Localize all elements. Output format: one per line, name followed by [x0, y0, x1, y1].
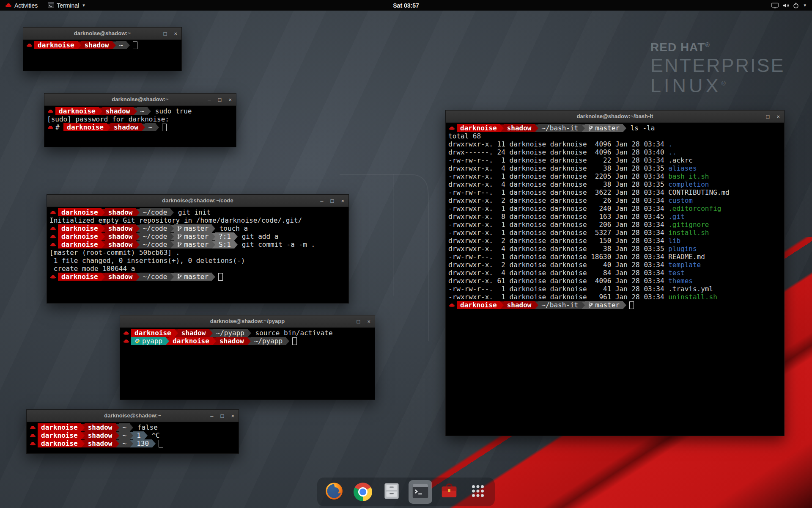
powerline-arrow — [166, 337, 169, 345]
window-titlebar[interactable]: darknoise@shadow:~ – □ × — [44, 94, 236, 106]
close-button[interactable]: × — [228, 97, 232, 102]
system-status-menu[interactable]: ▾ — [765, 0, 812, 11]
terminal-content[interactable]: darknoiseshadow~ — [23, 40, 181, 71]
dock-item-toolbox[interactable] — [437, 480, 461, 504]
maximize-button[interactable]: □ — [766, 114, 770, 119]
maximize-button[interactable]: □ — [331, 198, 334, 204]
terminal-line: create mode 100644 a — [49, 265, 347, 273]
branch-icon — [177, 274, 182, 279]
minimize-button[interactable]: – — [346, 319, 349, 324]
file-name: test — [668, 269, 685, 277]
prompt-segment-host: shadow — [105, 224, 136, 232]
terminal-text: false — [133, 423, 158, 431]
terminal-content[interactable]: darknoiseshadow~/code git initInitialize… — [47, 207, 348, 303]
window-titlebar[interactable]: darknoise@shadow:~/pyapp – □ × — [120, 315, 375, 328]
minimize-button[interactable]: – — [756, 114, 759, 119]
prompt-segment-host: shadow — [105, 240, 136, 248]
terminal-content[interactable]: darknoiseshadow~ sudo true[sudo] passwor… — [44, 106, 236, 147]
maximize-button[interactable]: □ — [357, 319, 360, 324]
minimize-button[interactable]: – — [210, 413, 213, 419]
close-button[interactable]: × — [776, 114, 780, 119]
file-name: aliases — [668, 164, 697, 172]
terminal-line: [sudo] password for darknoise: — [47, 115, 234, 123]
terminal-text: drwxrwxr-x. 61 darknoise darknoise 4096 … — [448, 277, 668, 285]
minimize-button[interactable]: – — [208, 97, 211, 102]
close-button[interactable]: × — [231, 413, 234, 419]
maximize-button[interactable]: □ — [164, 31, 167, 36]
powerline-arrow — [247, 337, 251, 345]
powerline-arrow — [112, 41, 116, 49]
prompt-segment-user: darknoise — [58, 208, 102, 216]
terminal-text: git init — [174, 208, 211, 216]
powerline-arrow — [134, 108, 137, 115]
dock-item-firefox[interactable] — [322, 480, 346, 504]
terminal-text: -rwxrwxr-x. 1 darknoise darknoise 240 Ja… — [448, 204, 668, 213]
powerline-arrow — [209, 329, 213, 337]
redhat-logo-icon — [5, 2, 12, 9]
terminal-line: darknoiseshadow~/codemaster — [49, 273, 347, 281]
window-titlebar[interactable]: darknoise@shadow:~/code – □ × — [47, 195, 348, 207]
terminal-content[interactable]: darknoiseshadow~/pyapp source bin/activa… — [120, 328, 375, 400]
show-applications-icon — [469, 482, 487, 502]
terminal-line: -rwxrwxr-x. 1 darknoise darknoise 961 Ja… — [448, 293, 782, 301]
branch-icon — [177, 234, 182, 239]
powerline-arrow — [78, 41, 81, 49]
terminal-line: darknoiseshadow~ sudo true — [47, 107, 234, 115]
clock[interactable]: Sat 03:57 — [393, 2, 419, 9]
python-icon — [134, 338, 140, 344]
activities-button[interactable]: Activities — [0, 0, 43, 11]
close-button[interactable]: × — [341, 198, 344, 204]
redhat-prompt-icon — [50, 226, 56, 231]
prompt-segment-git: master — [174, 224, 212, 232]
window-titlebar[interactable]: darknoise@shadow:~ – □ × — [27, 410, 239, 422]
maximize-button[interactable]: □ — [221, 413, 224, 419]
powerline-arrow — [212, 233, 215, 240]
window-titlebar[interactable]: darknoise@shadow:~/bash-it – □ × — [446, 110, 784, 123]
desktop: { "top_bar": { "activities_label": "Acti… — [0, 0, 812, 508]
prompt-segment-user: darknoise — [63, 123, 107, 131]
dock-item-chrome[interactable] — [351, 480, 375, 504]
terminal-line: -rwxrwxr-x. 1 darknoise darknoise 2205 J… — [448, 172, 782, 180]
close-button[interactable]: × — [367, 319, 370, 324]
terminal-text: create mode 100644 a — [49, 265, 135, 273]
window-titlebar[interactable]: darknoise@shadow:~ – □ × — [23, 28, 181, 40]
terminal-text: -rw-rw-r--. 1 darknoise darknoise 18630 … — [448, 253, 705, 261]
redhat-prompt-icon — [50, 210, 56, 215]
prompt-segment-host: shadow — [504, 124, 535, 132]
minimize-button[interactable]: – — [320, 198, 323, 204]
redhat-prompt-icon — [50, 242, 56, 247]
dock-item-terminal[interactable] — [409, 480, 432, 504]
terminal-text: drwx------. 24 darknoise darknoise 4096 … — [448, 148, 668, 156]
redhat-prompt-icon — [30, 425, 36, 430]
file-name: template — [668, 261, 701, 269]
powerline-arrow — [144, 432, 148, 439]
terminal-text: drwxrwxr-x. 2 darknoise darknoise 26 Jan… — [448, 196, 668, 204]
file-name: bash_it.sh — [668, 172, 709, 180]
close-button[interactable]: × — [174, 31, 177, 36]
powerline-arrow — [623, 124, 626, 132]
dock-item-show-applications[interactable] — [466, 480, 490, 504]
minimize-button[interactable]: – — [153, 31, 156, 36]
redhat-prompt-icon — [50, 274, 56, 279]
prompt-segment-path: ~ — [137, 107, 148, 115]
file-name: completion — [668, 180, 709, 188]
dock — [317, 478, 495, 506]
terminal-text: -rw-rw-r--. 1 darknoise darknoise 22 Jan… — [448, 156, 693, 164]
terminal-line: -rwxrwxr-x. 1 darknoise darknoise 240 Ja… — [448, 204, 782, 213]
terminal-content[interactable]: darknoiseshadow~/bash-itmaster ls -latot… — [446, 123, 784, 436]
file-name: install.sh — [668, 229, 709, 237]
app-menu-terminal[interactable]: Terminal ▾ — [43, 0, 90, 11]
prompt-segment-path: ~/code — [140, 240, 171, 248]
terminal-text: [sudo] password for darknoise: — [47, 115, 173, 123]
prompt-segment-host: shadow — [105, 208, 136, 216]
terminal-line: drwxrwxr-x. 4 darknoise darknoise 38 Jan… — [448, 245, 782, 253]
terminal-content[interactable]: darknoiseshadow~ falsedarknoiseshadow~1 … — [27, 422, 239, 453]
dock-item-files[interactable] — [380, 480, 403, 504]
branch-icon — [177, 226, 182, 231]
powerline-arrow — [175, 329, 178, 337]
app-menu-label: Terminal — [57, 2, 79, 9]
powerline-arrow — [170, 241, 174, 248]
maximize-button[interactable]: □ — [218, 97, 222, 102]
file-name: . — [668, 140, 672, 148]
terminal-line: drwxrwxr-x. 8 darknoise darknoise 163 Ja… — [448, 213, 782, 221]
